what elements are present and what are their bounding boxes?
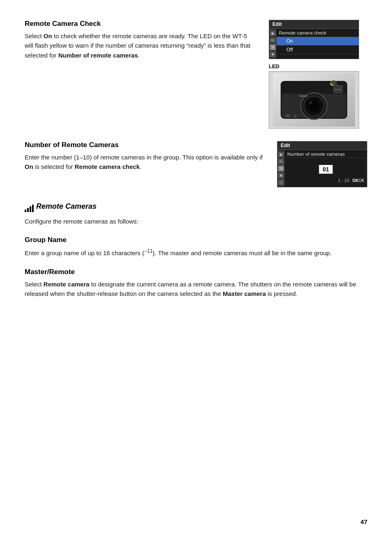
- svg-text:Nikon: Nikon: [300, 95, 307, 97]
- cam-icon-2: ✏: [270, 37, 276, 43]
- cam2-main: Number of remote cameras 01 1 - 10 OKOK: [285, 150, 367, 187]
- group-name-reference: −11: [144, 248, 152, 254]
- bar4: [32, 205, 34, 212]
- led-photo: Nikon LOCK 0: [269, 71, 359, 129]
- number-of-remote-cameras-heading: Number of Remote Cameras: [25, 141, 265, 149]
- cam-option-on: On: [277, 37, 359, 46]
- cam2-menu-item: Number of remote cameras: [285, 150, 367, 158]
- svg-point-6: [309, 101, 312, 104]
- cam-option-off: Off: [277, 46, 359, 54]
- remote-cameras-section: Remote Cameras Configure the remote came…: [25, 202, 367, 226]
- cam2-number-display: 01: [285, 158, 367, 177]
- number-of-remote-cameras-body: Enter the number (1–10) of remote camera…: [25, 152, 265, 172]
- master-remote-body: Select Remote camera to designate the cu…: [25, 279, 367, 299]
- bar3: [30, 206, 31, 212]
- svg-text:LOCK: LOCK: [334, 88, 341, 91]
- camera-ui-remote-check: Edit ▶ ✏ Y ■ Remote camera check On: [269, 20, 359, 59]
- group-name-heading: Group Name: [25, 236, 367, 244]
- svg-point-15: [331, 81, 337, 85]
- remote-camera-check-heading: Remote Camera Check: [25, 20, 256, 28]
- camera-ui-num-remote: Edit ▶ ✏ Y ■ □ Number of remote cameras …: [277, 141, 367, 187]
- remote-camera-check-body: Select On to check whether the remote ca…: [25, 31, 256, 60]
- bar2: [27, 208, 29, 212]
- cam2-icon-3: Y: [278, 166, 284, 171]
- group-name-body: Enter a group name of up to 16 character…: [25, 247, 367, 258]
- number-of-remote-cameras-section: Number of Remote Cameras Enter the numbe…: [25, 141, 265, 172]
- group-name-section: Group Name Enter a group name of up to 1…: [25, 236, 367, 258]
- cam-ui-edit-label: Edit: [269, 20, 359, 29]
- cam-icon-3: Y: [270, 44, 276, 50]
- master-remote-heading: Master/Remote: [25, 268, 367, 276]
- cam-menu-item-remote-check: Remote camera check: [277, 29, 359, 37]
- cam-icon-4: ■: [270, 51, 276, 57]
- cam2-footer: 1 - 10 OKOK: [285, 177, 367, 185]
- page-number: 47: [360, 518, 367, 525]
- led-label: LED: [269, 63, 367, 69]
- remote-cameras-heading-row: Remote Cameras: [25, 202, 367, 214]
- signal-bars-icon: [25, 205, 34, 212]
- svg-rect-13: [285, 114, 290, 118]
- svg-rect-14: [293, 115, 297, 118]
- cam2-icon-5: □: [278, 180, 284, 185]
- cam-main: Remote camera check On Off: [277, 29, 359, 59]
- cam-sidebar-icons: ▶ ✏ Y ■: [269, 29, 277, 59]
- cam-ui2-edit-label: Edit: [277, 141, 367, 150]
- cam2-icon-2: ✏: [278, 159, 284, 164]
- remote-camera-check-aside: Edit ▶ ✏ Y ■ Remote camera check On: [269, 20, 367, 129]
- master-remote-section: Master/Remote Select Remote camera to de…: [25, 268, 367, 299]
- cam-ui2-sidebar: ▶ ✏ Y ■ □: [277, 150, 285, 187]
- remote-cameras-heading: Remote Cameras: [36, 202, 97, 211]
- cam2-icon-1: ▶: [278, 152, 284, 157]
- cam2-icon-4: ■: [278, 173, 284, 178]
- bar1: [25, 210, 26, 212]
- remote-camera-check-section: Remote Camera Check Select On to check w…: [25, 20, 256, 60]
- cam-icon-1: ▶: [270, 30, 276, 36]
- remote-cameras-intro: Configure the remote cameras as follows:: [25, 217, 367, 226]
